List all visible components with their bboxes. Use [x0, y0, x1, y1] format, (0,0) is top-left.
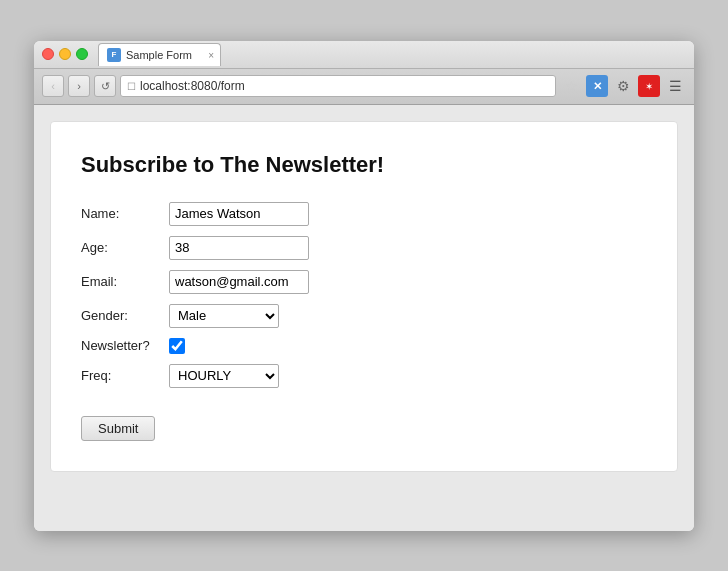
maximize-button[interactable] — [76, 48, 88, 60]
toolbar-icons: ☆ ✕ ⚙ ✶ ☰ — [560, 75, 686, 97]
gender-label: Gender: — [81, 308, 161, 323]
gender-row: Gender: Male Female Other — [81, 304, 647, 328]
menu-icon[interactable]: ☰ — [664, 75, 686, 97]
url-text: localhost:8080/form — [140, 79, 245, 93]
title-bar: F Sample Form × — [34, 41, 694, 69]
forward-button[interactable]: › — [68, 75, 90, 97]
newsletter-checkbox[interactable] — [169, 338, 185, 354]
submit-button[interactable]: Submit — [81, 416, 155, 441]
traffic-lights — [42, 48, 88, 60]
form-card: Subscribe to The Newsletter! Name: Age: … — [50, 121, 678, 472]
email-label: Email: — [81, 274, 161, 289]
freq-label: Freq: — [81, 368, 161, 383]
name-row: Name: — [81, 202, 647, 226]
newsletter-row: Newsletter? — [81, 338, 647, 354]
age-row: Age: — [81, 236, 647, 260]
address-input[interactable]: ☐ localhost:8080/form — [120, 75, 556, 97]
email-row: Email: — [81, 270, 647, 294]
browser-tab[interactable]: F Sample Form × — [98, 43, 221, 66]
extension-star-icon[interactable]: ✶ — [638, 75, 660, 97]
browser-window: F Sample Form × ‹ › ↺ ☐ localhost:8080/f… — [34, 41, 694, 531]
tab-area: F Sample Form × — [88, 43, 686, 66]
refresh-button[interactable]: ↺ — [94, 75, 116, 97]
name-label: Name: — [81, 206, 161, 221]
newsletter-label: Newsletter? — [81, 338, 161, 353]
tab-close-button[interactable]: × — [208, 49, 214, 60]
form-title: Subscribe to The Newsletter! — [81, 152, 647, 178]
email-input[interactable] — [169, 270, 309, 294]
minimize-button[interactable] — [59, 48, 71, 60]
back-icon: ‹ — [51, 80, 55, 92]
tab-favicon: F — [107, 48, 121, 62]
name-input[interactable] — [169, 202, 309, 226]
age-input[interactable] — [169, 236, 309, 260]
extension-x-icon[interactable]: ✕ — [586, 75, 608, 97]
bookmark-icon[interactable]: ☆ — [560, 75, 582, 97]
page-content: Subscribe to The Newsletter! Name: Age: … — [34, 105, 694, 531]
back-button[interactable]: ‹ — [42, 75, 64, 97]
close-button[interactable] — [42, 48, 54, 60]
address-bar: ‹ › ↺ ☐ localhost:8080/form ☆ ✕ ⚙ ✶ ☰ — [34, 69, 694, 105]
age-label: Age: — [81, 240, 161, 255]
forward-icon: › — [77, 80, 81, 92]
lock-icon: ☐ — [127, 81, 136, 92]
tab-title: Sample Form — [126, 49, 192, 61]
freq-select[interactable]: HOURLY DAILY WEEKLY MONTHLY — [169, 364, 279, 388]
refresh-icon: ↺ — [101, 80, 110, 93]
gender-select[interactable]: Male Female Other — [169, 304, 279, 328]
settings-icon[interactable]: ⚙ — [612, 75, 634, 97]
freq-row: Freq: HOURLY DAILY WEEKLY MONTHLY — [81, 364, 647, 388]
